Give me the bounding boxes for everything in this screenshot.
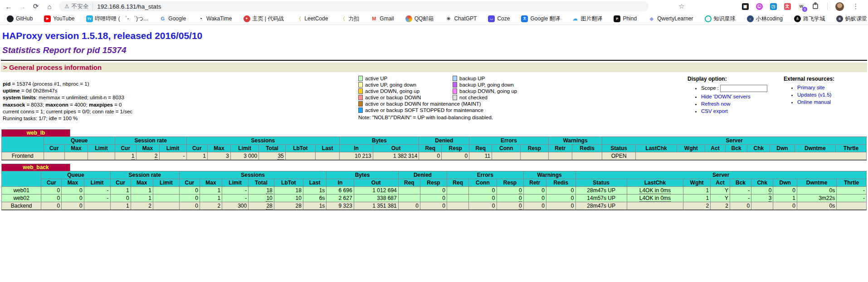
col-header-thrtle: Thrtle	[837, 179, 867, 187]
bookmark-item[interactable]: TV哔哩哔哩 ( ゜- ゜)つ...	[86, 15, 148, 23]
side-panel-extension-icon[interactable]: ▣	[741, 2, 749, 10]
cell-queue-limit	[88, 152, 115, 160]
back-icon[interactable]: ←	[3, 1, 15, 11]
link-csv-export[interactable]: CSV export	[701, 108, 728, 114]
col-header-lastchk: LastChk	[627, 179, 683, 187]
bookmark-item[interactable]: ✦主页 | 代码战	[244, 15, 284, 23]
page-title[interactable]: HAProxy version 1.5.18, released 2016/05…	[2, 30, 202, 41]
cell-dwntme: 3m22s	[797, 194, 836, 202]
bookmark-item[interactable]: 知识星球	[705, 15, 736, 23]
process-info-line: Running tasks: 1/7; idle = 100 %	[3, 115, 358, 122]
toolbar-divider	[827, 3, 828, 10]
side-panel-extension-icon-glyph: ▣	[742, 3, 749, 10]
col-header-sessions-lbtot: LbTot	[274, 179, 303, 187]
haproxy-stats-page: HAProxy version 1.5.18, released 2016/05…	[0, 25, 868, 210]
col-header-sessions-last: Last	[316, 145, 340, 152]
col-header-denied-req: Req	[419, 145, 442, 152]
col-header-rate-limit: Limit	[159, 145, 186, 152]
col-header-dwntme: Dwntme	[795, 145, 835, 152]
bookmark-item[interactable]: ☁图片翻译	[571, 15, 602, 23]
bookmark-label: 哔哩哔哩 ( ゜- ゜)つ...	[95, 15, 148, 23]
cell-lastchk: L4OK in 0ms	[627, 187, 683, 194]
col-header-rate-cur: Cur	[110, 179, 131, 187]
bookmark-item[interactable]: 〈力扣	[339, 15, 359, 23]
group-header-errors: Errors	[469, 137, 548, 145]
col-header-wght: Wght	[677, 145, 705, 152]
bookmark-item[interactable]: S蚂蚁课堂	[836, 15, 867, 23]
cell-act: Y	[711, 194, 730, 202]
nav-buttons: ←→⟳⌂	[3, 1, 55, 11]
bookmark-wakatime[interactable]: ◔WakaTime	[197, 15, 232, 22]
cell-bytes-out: 338 687	[354, 194, 398, 202]
bookmark-item[interactable]: ♙路飞学城	[794, 15, 825, 23]
home-icon[interactable]: ⌂	[44, 1, 55, 11]
group-header-warnings: Warnings	[523, 171, 575, 179]
legend-item-active-or-backup-soft-stopped-for-maintenance: active or backup SOFT STOPPED for mainte…	[358, 107, 536, 113]
translate-a-extension-icon[interactable]: 文	[783, 2, 791, 10]
col-header-status: Status	[575, 179, 627, 187]
cell-name: Frontend	[2, 152, 44, 160]
cell-denied-req	[398, 187, 420, 194]
table-row-backend: Backend00120230028281s9 3231 351 3810000…	[2, 202, 867, 210]
profile-avatar[interactable]	[835, 2, 844, 11]
bookmark-github[interactable]: GitHub	[7, 15, 33, 22]
bookmark-gmail[interactable]: MGmail	[371, 15, 394, 22]
image-translate-icon: ☁	[571, 15, 578, 22]
link-online-manual[interactable]: Online manual	[797, 99, 831, 105]
legend-item-active-or-backup-down-for-maintenance-maint: active or backup DOWN for maintenance (M…	[358, 101, 536, 107]
link-updates-v1-5[interactable]: Updates (v1.5)	[797, 92, 831, 97]
bookmark-leetcode[interactable]: 〈LeetCode	[295, 15, 328, 22]
legend-note: Note: "NOLB"/"DRAIN" = UP with load-bala…	[358, 115, 536, 120]
security-chip[interactable]: ⚠ 不安全	[64, 3, 93, 10]
luffycity-icon: ♙	[794, 15, 801, 22]
google-translate-icon: 文	[521, 15, 528, 22]
menu-icon[interactable]: ⋮	[850, 1, 862, 11]
col-header-warnings-retr: Retr	[548, 145, 572, 152]
bookmark-phind[interactable]: PPhind	[614, 15, 637, 22]
bookmark-youtube[interactable]: ▶YouTube	[44, 15, 74, 22]
info-row: pid = 15374 (process #1, nbproc = 1)upti…	[1, 74, 867, 122]
bookmark-google[interactable]: GGoogle	[159, 15, 186, 22]
lr-extension-icon-glyph: Ⓛ	[756, 3, 763, 10]
col-header-chk: Chk	[751, 179, 773, 187]
reload-icon[interactable]: ⟳	[30, 1, 42, 11]
bookmark-chatgpt[interactable]: ✳ChatGPT	[445, 15, 477, 22]
col-header-queue-limit: Limit	[88, 145, 115, 152]
bookmark-coding[interactable]: •小林coding	[747, 15, 783, 23]
cell-status: 28m47s UP	[575, 187, 627, 194]
cell-sessions-last: 1s	[303, 187, 327, 194]
bookmark-qq[interactable]: QQ邮箱	[405, 15, 434, 23]
link-hide-down-servers[interactable]: Hide 'DOWN' servers	[701, 94, 751, 99]
bookmark-label: LeetCode	[304, 15, 328, 22]
bookmark-coze[interactable]: ◡Coze	[488, 15, 510, 22]
group-header-sessions: Sessions	[179, 171, 326, 179]
bookmark-label: QQ邮箱	[414, 15, 434, 23]
cell-rate-max: 1	[131, 194, 153, 202]
blue-box-extension-icon-glyph: ◳	[770, 3, 777, 10]
extension-icons: ▣Ⓛ◳文W6	[741, 2, 819, 10]
cell-chk: 0	[751, 187, 773, 194]
bookmark-star-icon[interactable]: ☆	[676, 1, 688, 11]
extensions-puzzle-icon[interactable]	[811, 2, 819, 10]
cell-sessions-max: 3	[208, 152, 231, 160]
forward-icon[interactable]: →	[16, 1, 28, 11]
blue-box-extension-icon[interactable]: ◳	[769, 2, 777, 10]
group-header-bytes: Bytes	[340, 137, 419, 145]
address-bar[interactable]: ⚠ 不安全 192.168.6.131/ha_stats	[59, 1, 649, 11]
cell-dwn: 0	[773, 187, 797, 194]
legend-item-backup-up-going-down: backup UP, going down	[453, 82, 536, 88]
group-header-session-rate: Session rate	[115, 137, 187, 145]
legend-swatch	[453, 88, 457, 94]
link-refresh-now[interactable]: Refresh now	[701, 101, 731, 107]
scope-input[interactable]	[720, 85, 767, 92]
link-primary-site[interactable]: Primary site	[797, 85, 825, 90]
github-icon	[7, 15, 14, 22]
col-header-act: Act	[711, 179, 730, 187]
bookmark-qwertylearner[interactable]: ◆QwertyLearner	[648, 15, 693, 22]
bookmark-google[interactable]: 文Google 翻译	[521, 15, 560, 23]
cell-dwntme: 0s	[797, 187, 836, 194]
wappalyzer-extension-icon[interactable]: W6	[797, 2, 805, 10]
stats-table-web_lb: web_lbQueueSession rateSessionsBytesDeni…	[1, 129, 867, 160]
lr-extension-icon[interactable]: Ⓛ	[755, 2, 763, 10]
cell-errors-req: 11	[469, 152, 492, 160]
